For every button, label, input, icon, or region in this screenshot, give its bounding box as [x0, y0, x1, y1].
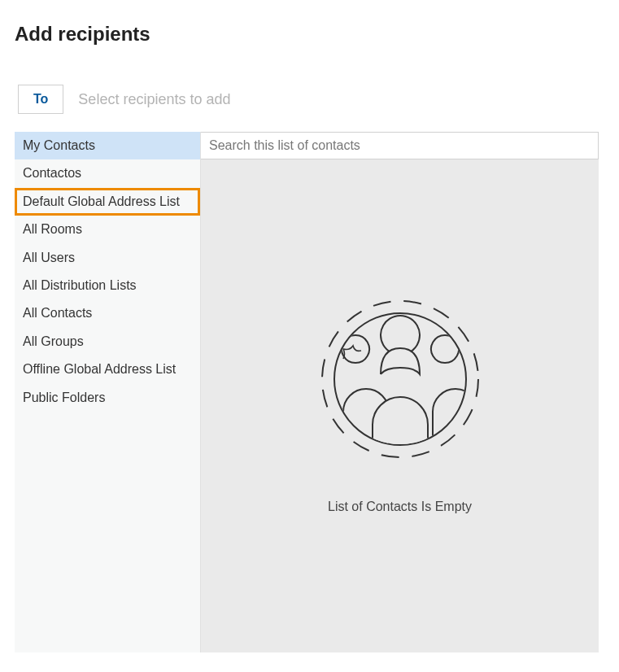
sidebar-item-public-folders[interactable]: Public Folders: [15, 384, 200, 412]
sidebar-item-my-contacts[interactable]: My Contacts: [15, 132, 200, 159]
page-title: Add recipients: [0, 0, 619, 46]
content-panel: List of Contacts Is Empty: [200, 132, 599, 652]
empty-state: List of Contacts Is Empty: [201, 159, 599, 652]
sidebar-item-all-distribution-lists[interactable]: All Distribution Lists: [15, 272, 200, 299]
search-box: [201, 132, 599, 159]
sidebar-item-offline-global-address-list[interactable]: Offline Global Address List: [15, 356, 200, 383]
main-panel: My Contacts Contactos Default Global Add…: [15, 132, 599, 652]
sidebar-item-default-global-address-list[interactable]: Default Global Address List: [15, 188, 200, 216]
sidebar-item-all-contacts[interactable]: All Contacts: [15, 299, 200, 327]
sidebar-item-all-rooms[interactable]: All Rooms: [15, 216, 200, 243]
recipient-input-placeholder[interactable]: Select recipients to add: [78, 91, 230, 108]
search-input[interactable]: [201, 133, 598, 159]
recipient-row: To Select recipients to add: [18, 85, 619, 114]
sidebar-item-all-users[interactable]: All Users: [15, 244, 200, 272]
contacts-empty-icon: [319, 298, 482, 460]
to-chip[interactable]: To: [18, 85, 63, 114]
sidebar-item-all-groups[interactable]: All Groups: [15, 328, 200, 356]
empty-state-text: List of Contacts Is Empty: [328, 500, 472, 514]
sidebar-item-contactos[interactable]: Contactos: [15, 159, 200, 187]
address-list-sidebar: My Contacts Contactos Default Global Add…: [15, 132, 200, 652]
